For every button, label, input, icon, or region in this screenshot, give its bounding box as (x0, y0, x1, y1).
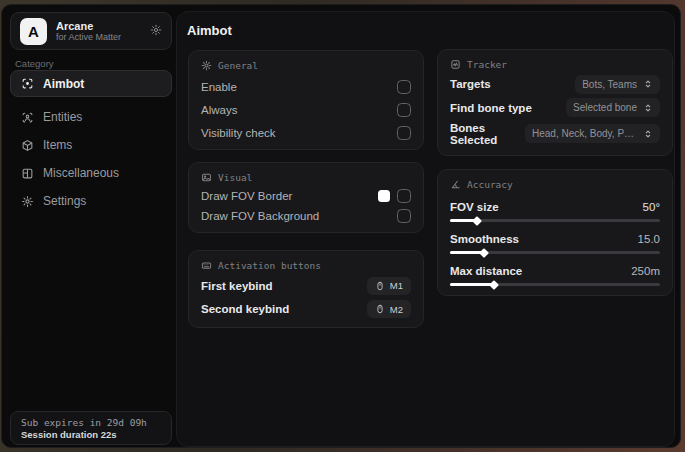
tracker-section-header: Tracker (450, 59, 660, 70)
always-checkbox[interactable] (397, 103, 411, 117)
sidebar-item-aimbot[interactable]: Aimbot (10, 70, 172, 97)
mouse-icon (375, 281, 385, 291)
gear-icon[interactable] (150, 24, 162, 39)
brand-subtitle: for Active Matter (56, 32, 141, 42)
slider-handle[interactable] (489, 280, 499, 290)
first-keybind-button[interactable]: M1 (367, 277, 411, 295)
slider-handle[interactable] (472, 216, 482, 226)
max-distance-slider[interactable] (450, 283, 660, 286)
sidebar-item-entities[interactable]: Entities (10, 103, 172, 131)
targets-row: Targets Bots, Teams (450, 75, 660, 94)
tracker-card: Tracker Targets Bots, Teams Find bone ty… (437, 49, 673, 156)
unfold-icon (643, 103, 653, 113)
general-section-header: General (201, 60, 411, 71)
first-keybind-row: First keybind M1 (201, 277, 411, 295)
sidebar-item-label: Aimbot (43, 77, 84, 91)
keyboard-icon (201, 260, 212, 271)
draw-fov-border-checkbox[interactable] (397, 189, 411, 203)
sidebar-item-settings[interactable]: Settings (10, 187, 172, 215)
brand-header: A Arcane for Active Matter (10, 12, 172, 50)
always-label: Always (201, 104, 237, 116)
max-distance-label: Max distance (450, 265, 522, 277)
fov-size-value: 50° (643, 201, 660, 213)
category-label: Category (15, 58, 54, 69)
fov-size-slider[interactable] (450, 219, 660, 222)
sidebar-item-label: Settings (43, 194, 86, 208)
slider-handle[interactable] (479, 248, 489, 258)
smoothness-value: 15.0 (638, 233, 660, 245)
second-keybind-row: Second keybind M2 (201, 300, 411, 318)
visual-card: Visual Draw FOV Border Draw FOV Backgrou… (188, 162, 424, 233)
sidebar-item-label: Items (43, 138, 72, 152)
draw-fov-background-label: Draw FOV Background (201, 210, 319, 222)
find-bone-type-label: Find bone type (450, 102, 532, 114)
cube-icon (21, 139, 34, 152)
sub-expiry-text: Sub expires in 29d 09h (21, 417, 161, 428)
enable-row: Enable (201, 80, 411, 94)
activation-card: Activation buttons First keybind M1 Seco… (188, 250, 424, 328)
activation-section-header: Activation buttons (201, 260, 411, 271)
draw-fov-background-checkbox[interactable] (397, 209, 411, 223)
visual-section-header: Visual (201, 172, 411, 183)
angle-icon (450, 179, 461, 190)
find-bone-type-dropdown[interactable]: Selected bone (566, 98, 660, 117)
cheat-menu-window: A Arcane for Active Matter Category Aimb… (1, 4, 681, 448)
sidebar-item-label: Entities (43, 110, 82, 124)
smoothness-slider-group: Smoothness 15.0 (450, 233, 660, 254)
session-duration-text: Session duration 22s (21, 429, 161, 440)
second-keybind-button[interactable]: M2 (367, 300, 411, 318)
draw-fov-border-label: Draw FOV Border (201, 190, 292, 202)
bones-selected-row: Bones Selected Head, Neck, Body, Pe... (450, 122, 660, 146)
draw-fov-border-row: Draw FOV Border (201, 189, 411, 203)
second-keybind-label: Second keybind (201, 303, 289, 315)
radar-icon (450, 59, 461, 70)
person-scan-icon (21, 111, 34, 124)
mouse-icon (375, 304, 385, 314)
find-bone-type-row: Find bone type Selected bone (450, 98, 660, 117)
draw-fov-background-row: Draw FOV Background (201, 209, 411, 223)
max-distance-slider-group: Max distance 250m (450, 265, 660, 286)
max-distance-value: 250m (631, 265, 660, 277)
sidebar-item-items[interactable]: Items (10, 131, 172, 159)
subscription-info: Sub expires in 29d 09h Session duration … (10, 411, 172, 445)
visibility-check-label: Visibility check (201, 127, 276, 139)
crosshair-scan-icon (21, 77, 34, 90)
brand-logo: A (20, 18, 47, 45)
page-title: Aimbot (187, 23, 232, 38)
main-panel: Aimbot General Enable Always Visibility … (176, 11, 675, 447)
sidebar-nav: Aimbot Entities Items Miscellaneous Sett… (10, 70, 172, 215)
fov-border-color-swatch[interactable] (378, 190, 390, 202)
first-keybind-label: First keybind (201, 280, 273, 292)
gear-icon (21, 195, 34, 208)
smoothness-slider[interactable] (450, 251, 660, 254)
bones-selected-label: Bones Selected (450, 122, 525, 146)
enable-checkbox[interactable] (397, 80, 411, 94)
enable-label: Enable (201, 81, 237, 93)
targets-dropdown[interactable]: Bots, Teams (575, 75, 660, 94)
layout-icon (21, 167, 34, 180)
accuracy-card: Accuracy FOV size 50° Smoothness 15.0 (437, 169, 673, 296)
visibility-check-row: Visibility check (201, 126, 411, 140)
smoothness-label: Smoothness (450, 233, 519, 245)
unfold-icon (643, 79, 653, 89)
targets-label: Targets (450, 78, 491, 90)
accuracy-section-header: Accuracy (450, 179, 660, 190)
image-icon (201, 172, 212, 183)
brand-name: Arcane (56, 20, 141, 33)
fov-size-slider-group: FOV size 50° (450, 201, 660, 222)
unfold-icon (643, 129, 653, 139)
sidebar-item-miscellaneous[interactable]: Miscellaneous (10, 159, 172, 187)
visibility-check-checkbox[interactable] (397, 126, 411, 140)
general-card: General Enable Always Visibility check (188, 50, 424, 150)
bones-selected-dropdown[interactable]: Head, Neck, Body, Pe... (525, 124, 660, 143)
fov-size-label: FOV size (450, 201, 499, 213)
sidebar-item-label: Miscellaneous (43, 166, 119, 180)
sun-icon (201, 60, 212, 71)
always-row: Always (201, 103, 411, 117)
